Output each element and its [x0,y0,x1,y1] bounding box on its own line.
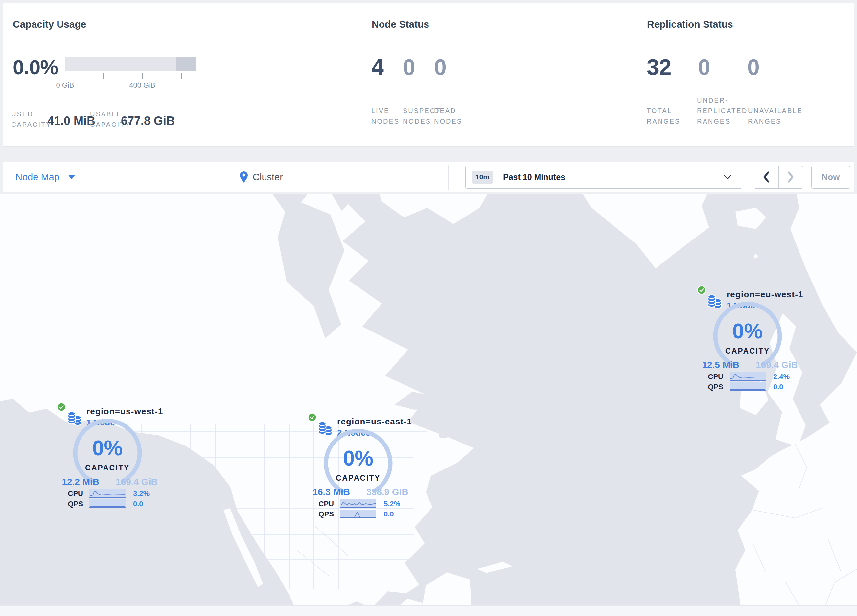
cpu-label: CPU [48,489,83,498]
qps-label: QPS [299,510,334,519]
time-range-label: Past 10 Minutes [503,173,565,182]
gauge-capacity-label: CAPACITY [323,474,394,483]
healthy-check-icon [697,286,706,295]
unavailable-label: UNAVAILABLERANGES [748,105,803,127]
world-map [0,195,857,605]
cpu-sparkline [90,489,125,498]
used-value: 16.3 MiB [299,487,350,497]
qps-sparkline [340,509,376,518]
gauge-percent: 0% [323,446,394,471]
cpu-label: CPU [688,372,723,381]
used-capacity-value: 41.0 MiB [47,114,95,128]
bar-tick-label-400: 400 GiB [129,81,155,90]
gauge-percent: 0% [712,319,783,343]
dropdown-caret-icon [68,175,75,179]
total-value: 169.4 GiB [756,360,807,370]
live-nodes-value: 4 [371,54,384,80]
cpu-row: CPU 3.2% [48,489,167,499]
map-toolbar: Node Map Cluster 10m Past 10 Minutes Now [3,162,854,192]
cpu-sparkline [340,499,376,508]
region-label: region=eu-west-1 [727,289,803,300]
cpu-sparkline [730,372,766,381]
chevron-down-icon [724,175,732,180]
healthy-check-icon [57,403,66,412]
chevron-right-icon [787,171,794,183]
dead-nodes-value: 0 [434,54,447,80]
qps-row: QPS 0.0 [48,499,167,509]
used-value: 12.5 MiB [688,360,739,370]
region-label: region=us-east-1 [337,417,412,427]
qps-label: QPS [48,500,83,508]
qps-value: 0.0 [133,500,143,508]
bar-tick [65,73,65,79]
capacity-usage-title: Capacity Usage [13,19,86,30]
total-value: 338.9 GiB [367,487,417,497]
under-replicated-label: UNDER-REPLICATEDRANGES [697,95,747,127]
suspect-nodes-value: 0 [403,54,415,80]
now-button[interactable]: Now [811,165,850,188]
used-capacity-label: USEDCAPACITY [11,109,52,130]
time-step-forward-button[interactable] [778,166,803,188]
cpu-value: 5.2% [384,500,400,508]
region-label: region=us-west-1 [87,406,163,417]
unavailable-value: 0 [747,54,760,80]
time-range-badge: 10m [472,170,493,184]
toolbar-divider [448,165,449,190]
bar-tick [181,73,182,79]
node-marker-us-east-1[interactable]: region=us-east-1 2 Nodes 0% CAPACITY 16.… [299,412,417,524]
summary-bar: Capacity Usage 0.0% 0 GiB 400 GiB USEDCA… [3,3,854,147]
capacity-values: 16.3 MiB 338.9 GiB [299,487,417,498]
cpu-value: 3.2% [133,489,150,498]
breadcrumb[interactable]: Cluster [240,162,283,192]
footer-strip [0,605,857,616]
cpu-value: 2.4% [773,372,790,381]
view-selector-dropdown[interactable]: Node Map [15,162,75,192]
capacity-usage-percent: 0.0% [13,56,58,79]
capacity-usage-bar-reserved [176,57,196,71]
bar-tick-label-0: 0 GiB [56,81,74,90]
under-replicated-value: 0 [698,54,710,80]
gauge-capacity-label: CAPACITY [712,347,783,355]
total-ranges-label: TOTALRANGES [647,105,680,127]
location-pin-icon [240,171,248,183]
total-value: 169.4 GiB [116,477,167,487]
replication-status-title: Replication Status [647,19,733,30]
qps-sparkline [90,499,125,508]
bar-tick [103,73,104,79]
used-value: 12.2 MiB [48,477,99,487]
cpu-row: CPU 5.2% [299,499,417,509]
usable-capacity-value: 677.8 GiB [121,114,175,128]
qps-label: QPS [688,383,723,391]
gauge-percent: 0% [72,436,143,460]
healthy-check-icon [308,413,317,422]
chevron-left-icon [763,171,770,183]
bar-tick [142,73,142,79]
cpu-label: CPU [299,500,334,508]
live-nodes-label: LIVENODES [371,105,399,127]
cpu-row: CPU 2.4% [688,372,807,381]
time-range-select[interactable]: 10m Past 10 Minutes [465,165,742,188]
qps-value: 0.0 [384,510,394,519]
capacity-values: 12.2 MiB 169.4 GiB [48,477,167,488]
dead-nodes-label: DEADNODES [434,105,463,127]
qps-row: QPS 0.0 [299,509,417,519]
breadcrumb-label: Cluster [253,172,283,183]
qps-row: QPS 0.0 [688,383,807,392]
time-step-buttons [754,165,803,188]
node-marker-us-west-1[interactable]: region=us-west-1 1 Node 0% CAPACITY 12.2… [48,402,167,514]
gauge-capacity-label: CAPACITY [72,463,143,472]
node-map[interactable]: region=us-west-1 1 Node 0% CAPACITY 12.2… [0,195,857,605]
capacity-usage-bar [65,57,196,71]
qps-value: 0.0 [773,383,783,391]
node-status-title: Node Status [372,19,429,30]
capacity-values: 12.5 MiB 169.4 GiB [688,360,807,371]
total-ranges-value: 32 [647,54,672,80]
qps-sparkline [730,383,766,391]
node-marker-eu-west-1[interactable]: region=eu-west-1 1 Node 0% CAPACITY 12.5… [688,285,807,397]
view-selector-label: Node Map [15,172,59,183]
time-step-back-button[interactable] [754,166,778,188]
